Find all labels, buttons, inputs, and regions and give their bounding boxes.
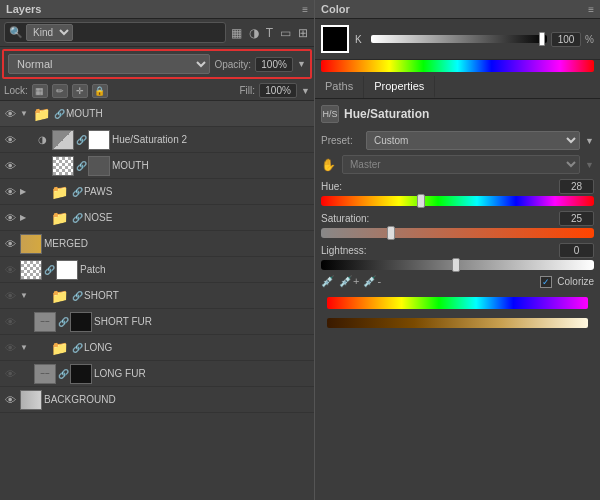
color-panel-title: Color <box>321 3 350 15</box>
eyedropper-icon[interactable]: 💉 <box>321 275 335 288</box>
kind-select[interactable]: Kind <box>26 24 73 41</box>
k-slider-area: K % <box>355 32 594 47</box>
eye-icon[interactable]: 👁 <box>2 314 18 330</box>
layer-type-icon <box>34 158 50 174</box>
k-slider-thumb <box>539 32 545 46</box>
lock-all-icon[interactable]: 🔒 <box>92 84 108 98</box>
light-value-input[interactable] <box>559 243 594 258</box>
opacity-input[interactable] <box>255 57 293 72</box>
opacity-arrow[interactable]: ▼ <box>297 59 306 69</box>
eye-icon[interactable]: 👁 <box>2 262 18 278</box>
layer-icon-type[interactable]: T <box>264 25 275 41</box>
preset-arrow[interactable]: ▼ <box>585 136 594 146</box>
chain-icon: 🔗 <box>54 109 64 119</box>
layer-item[interactable]: 👁 ~~ 🔗 SHORT FUR <box>0 309 314 335</box>
layer-icon-pixel[interactable]: ▦ <box>229 25 244 41</box>
hue-slider[interactable] <box>321 196 594 206</box>
layer-type-icon <box>30 340 46 356</box>
layers-list[interactable]: 👁 ▼ 📁 🔗 MOUTH 👁 ◑ 🔗 Hue/Saturation 2 👁 <box>0 101 314 500</box>
preset-row: Preset: Custom ▼ <box>321 131 594 150</box>
k-slider[interactable] <box>371 35 547 43</box>
blend-mode-row: Normal Opacity: ▼ <box>2 49 312 79</box>
lock-move-icon[interactable]: ✛ <box>72 84 88 98</box>
lock-brush-icon[interactable]: ✏ <box>52 84 68 98</box>
light-label-row: Lightness: <box>321 243 594 258</box>
tabs-row: Paths Properties <box>315 76 600 99</box>
layer-thumb-folder: 📁 <box>48 338 70 358</box>
layer-item[interactable]: 👁 ▶ 📁 🔗 PAWS <box>0 179 314 205</box>
tab-paths[interactable]: Paths <box>315 76 364 98</box>
color-panel-menu-icon[interactable]: ≡ <box>588 4 594 15</box>
eye-icon[interactable]: 👁 <box>2 366 18 382</box>
lock-label: Lock: <box>4 85 28 96</box>
channel-arrow[interactable]: ▼ <box>585 160 594 170</box>
layer-thumb: ~~ <box>34 312 56 332</box>
layer-icon-adjust[interactable]: ◑ <box>247 25 261 41</box>
layer-item[interactable]: 👁 ▼ 📁 🔗 MOUTH <box>0 101 314 127</box>
sat-slider-row: Saturation: <box>321 211 594 238</box>
layer-item[interactable]: 👁 MERGED <box>0 231 314 257</box>
fill-input[interactable] <box>259 83 297 98</box>
lock-pixel-icon[interactable]: ▦ <box>32 84 48 98</box>
eye-icon[interactable]: 👁 <box>2 106 18 122</box>
sat-value-input[interactable] <box>559 211 594 226</box>
light-slider[interactable] <box>321 260 594 270</box>
eye-icon[interactable]: 👁 <box>2 184 18 200</box>
layers-search-box[interactable]: 🔍 Kind <box>4 22 226 43</box>
eye-icon[interactable]: 👁 <box>2 158 18 174</box>
layer-item[interactable]: 👁 BACKGROUND <box>0 387 314 413</box>
layer-thumb-mask <box>88 130 110 150</box>
layer-item[interactable]: 👁 ◑ 🔗 Hue/Saturation 2 <box>0 127 314 153</box>
chain-icon: 🔗 <box>72 291 82 301</box>
eye-icon[interactable]: 👁 <box>2 210 18 226</box>
prop-title-row: H/S Hue/Saturation <box>321 105 594 123</box>
layer-thumb: ~~ <box>34 364 56 384</box>
eye-icon[interactable]: 👁 <box>2 340 18 356</box>
eyedropper-minus-icon[interactable]: 💉- <box>363 275 381 288</box>
k-value-input[interactable] <box>551 32 581 47</box>
color-panel: Color ≡ K % Paths Properties <box>315 0 600 500</box>
layer-thumb <box>52 156 74 176</box>
eyedropper-plus-icon[interactable]: 💉+ <box>339 275 359 288</box>
layer-item[interactable]: 👁 ~~ 🔗 LONG FUR <box>0 361 314 387</box>
layer-thumb-mask <box>70 312 92 332</box>
layer-thumb-mask <box>88 156 110 176</box>
eye-icon[interactable]: 👁 <box>2 236 18 252</box>
layer-icon-smart[interactable]: ⊞ <box>296 25 310 41</box>
colorize-checkbox[interactable]: ✓ <box>540 276 552 288</box>
layer-item[interactable]: 👁 🔗 Patch <box>0 257 314 283</box>
group-arrow: ▶ <box>20 187 28 196</box>
layer-item[interactable]: 👁 ▼ 📁 🔗 SHORT <box>0 283 314 309</box>
chain-icon: 🔗 <box>76 161 86 171</box>
hue-value-input[interactable] <box>559 179 594 194</box>
sat-label-row: Saturation: <box>321 211 594 226</box>
eye-icon[interactable]: 👁 <box>2 392 18 408</box>
layer-item[interactable]: 👁 ▶ 📁 🔗 NOSE <box>0 205 314 231</box>
eye-icon[interactable]: 👁 <box>2 288 18 304</box>
eye-icon[interactable]: 👁 <box>2 132 18 148</box>
channel-select[interactable]: Master <box>342 155 580 174</box>
layer-type-icon <box>30 184 46 200</box>
hue-sat-icon: H/S <box>321 105 339 123</box>
color-top-area: K % <box>315 19 600 60</box>
layer-item[interactable]: 👁 🔗 MOUTH <box>0 153 314 179</box>
blend-mode-select[interactable]: Normal <box>8 54 210 74</box>
layer-name: MOUTH <box>66 108 312 119</box>
fill-arrow[interactable]: ▼ <box>301 86 310 96</box>
rainbow-bar <box>321 60 594 72</box>
preset-select[interactable]: Custom <box>366 131 580 150</box>
layer-item[interactable]: 👁 ▼ 📁 🔗 LONG <box>0 335 314 361</box>
layer-thumb-folder: 📁 <box>48 286 70 306</box>
tab-properties[interactable]: Properties <box>364 76 435 98</box>
group-arrow: ▼ <box>20 343 28 352</box>
hue-slider-thumb <box>417 194 425 208</box>
sat-slider[interactable] <box>321 228 594 238</box>
color-panel-header: Color ≡ <box>315 0 600 19</box>
channel-row: ✋ Master ▼ <box>321 155 594 174</box>
layer-type-icon: ◑ <box>34 132 50 148</box>
eyedropper-row: 💉 💉+ 💉- <box>321 275 381 288</box>
layer-type-icon <box>30 288 46 304</box>
layers-panel-menu-icon[interactable]: ≡ <box>302 4 308 15</box>
layer-icon-shape[interactable]: ▭ <box>278 25 293 41</box>
color-swatch[interactable] <box>321 25 349 53</box>
